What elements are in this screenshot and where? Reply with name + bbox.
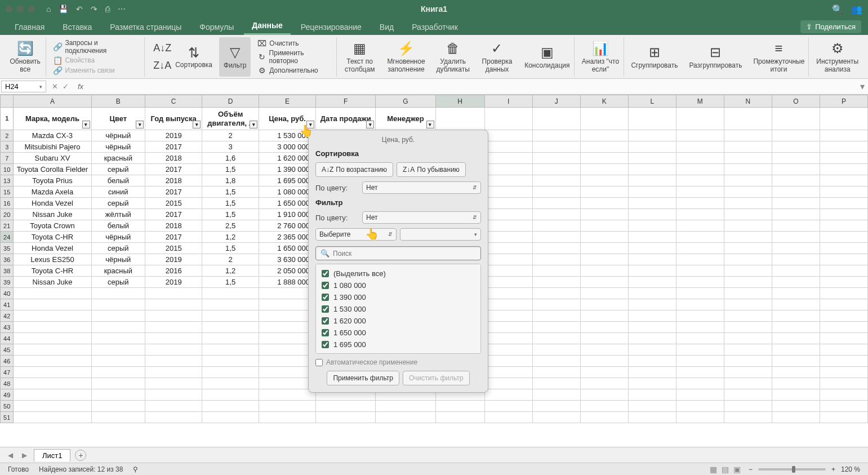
cell[interactable]: 1,5: [202, 243, 259, 254]
cell[interactable]: 2015: [145, 198, 202, 209]
cell[interactable]: 2018: [145, 220, 202, 232]
cell[interactable]: Toyota Corolla Fielder: [14, 164, 91, 175]
filter-value-item[interactable]: 1 530 000: [319, 303, 477, 315]
table-header-cell[interactable]: Год выпуска▾: [145, 108, 202, 130]
tab-developer[interactable]: Разработчик: [404, 19, 466, 35]
cell[interactable]: [676, 277, 724, 288]
cell[interactable]: синий: [91, 187, 145, 198]
row-header[interactable]: 38: [1, 265, 14, 277]
cell[interactable]: [532, 175, 580, 187]
cell[interactable]: Nissan Juke: [14, 209, 91, 220]
select-all-item[interactable]: (Выделить все): [319, 268, 477, 279]
cell[interactable]: [772, 254, 820, 265]
cell[interactable]: 1,6: [202, 153, 259, 164]
cell[interactable]: [772, 209, 820, 220]
cell[interactable]: [532, 243, 580, 254]
cell[interactable]: Mitsubishi Pajero: [14, 141, 91, 153]
cell[interactable]: 1 888 000: [259, 277, 316, 288]
sort-bycolor-select[interactable]: Нет⇵: [362, 181, 481, 194]
cell[interactable]: [484, 265, 532, 277]
column-header[interactable]: F: [316, 95, 376, 108]
cell[interactable]: Lexus ES250: [14, 254, 91, 265]
clear-filter-button[interactable]: Очистить фильтр: [403, 371, 470, 385]
cell[interactable]: серый: [91, 164, 145, 175]
cell[interactable]: [676, 153, 724, 164]
cell[interactable]: [628, 232, 676, 243]
zoom-in-button[interactable]: +: [831, 465, 835, 473]
cell[interactable]: [484, 277, 532, 288]
row-header[interactable]: 47: [1, 367, 14, 378]
filter-values-list[interactable]: (Выделить все) 1 080 0001 390 0001 530 0…: [315, 264, 481, 354]
filter-value-item[interactable]: 1 620 000: [319, 315, 477, 327]
cell[interactable]: [532, 232, 580, 243]
cell[interactable]: чёрный: [91, 254, 145, 265]
cell[interactable]: [628, 175, 676, 187]
column-header[interactable]: C: [145, 95, 202, 108]
cell[interactable]: 1 650 000: [259, 243, 316, 254]
cell[interactable]: 1,5: [202, 277, 259, 288]
cell[interactable]: [532, 209, 580, 220]
cell[interactable]: [820, 187, 867, 198]
cell[interactable]: 1,2: [202, 232, 259, 243]
table-header-cell[interactable]: Объём двигателя, л▾: [202, 108, 259, 130]
row-header[interactable]: 21: [1, 220, 14, 232]
accessibility-icon[interactable]: ⚲: [133, 465, 138, 473]
column-header[interactable]: B: [91, 95, 145, 108]
cell[interactable]: [724, 187, 772, 198]
enter-formula-icon[interactable]: ✓: [63, 82, 69, 91]
cell[interactable]: [628, 153, 676, 164]
auto-apply-checkbox[interactable]: Автоматическое применение: [309, 356, 488, 369]
cell[interactable]: 3 000 000: [259, 141, 316, 153]
cell[interactable]: [772, 265, 820, 277]
cell[interactable]: [628, 265, 676, 277]
cell[interactable]: 2: [202, 130, 259, 141]
filter-value-item[interactable]: 1 695 000: [319, 339, 477, 350]
cell[interactable]: 2 050 000: [259, 265, 316, 277]
removeduplicates-button[interactable]: 🗑Удалить дубликаты: [432, 37, 474, 77]
row-header[interactable]: 46: [1, 356, 14, 367]
cell[interactable]: 2019: [145, 277, 202, 288]
cell[interactable]: [772, 164, 820, 175]
cell[interactable]: [484, 232, 532, 243]
column-header[interactable]: G: [376, 95, 435, 108]
cell[interactable]: [676, 141, 724, 153]
cell[interactable]: 1 390 000: [259, 164, 316, 175]
cell[interactable]: [724, 198, 772, 209]
analysis-tools-button[interactable]: ⚙Инструменты анализа: [811, 37, 863, 77]
column-header[interactable]: E: [259, 95, 316, 108]
cell[interactable]: Honda Vezel: [14, 243, 91, 254]
save-icon[interactable]: 💾: [59, 5, 68, 14]
cell[interactable]: Nissan Juke: [14, 277, 91, 288]
prev-sheet-icon[interactable]: ◀: [6, 451, 15, 459]
cell[interactable]: [820, 209, 867, 220]
cell[interactable]: [580, 232, 628, 243]
cell[interactable]: [580, 265, 628, 277]
cell[interactable]: [580, 187, 628, 198]
cell[interactable]: 1 080 000: [259, 187, 316, 198]
column-header[interactable]: L: [628, 95, 676, 108]
quick-access-toolbar[interactable]: ⌂ 💾 ↶ ↷ ⎙ ⋯: [46, 5, 126, 14]
cell[interactable]: [484, 243, 532, 254]
ungroup-button[interactable]: ⊟Разгруппировать: [684, 37, 746, 77]
row-header[interactable]: 45: [1, 344, 14, 356]
cell[interactable]: [532, 130, 580, 141]
cell[interactable]: [676, 243, 724, 254]
sort-ascending-button[interactable]: A↓ZПо возрастанию: [315, 162, 393, 177]
cell[interactable]: [676, 130, 724, 141]
filter-value-item[interactable]: 1 390 000: [319, 291, 477, 303]
cell[interactable]: [724, 232, 772, 243]
cell[interactable]: [820, 265, 867, 277]
cell[interactable]: [772, 220, 820, 232]
cell[interactable]: 1,5: [202, 198, 259, 209]
cell[interactable]: [532, 198, 580, 209]
column-header[interactable]: N: [724, 95, 772, 108]
cell[interactable]: [820, 164, 867, 175]
apply-filter-button[interactable]: Применить фильтр: [327, 371, 399, 385]
row-header[interactable]: 7: [1, 153, 14, 164]
cell[interactable]: [580, 254, 628, 265]
cell[interactable]: [484, 153, 532, 164]
cell[interactable]: [580, 141, 628, 153]
tab-review[interactable]: Рецензирование: [293, 19, 370, 35]
row-header[interactable]: 39: [1, 277, 14, 288]
cell[interactable]: 2015: [145, 243, 202, 254]
